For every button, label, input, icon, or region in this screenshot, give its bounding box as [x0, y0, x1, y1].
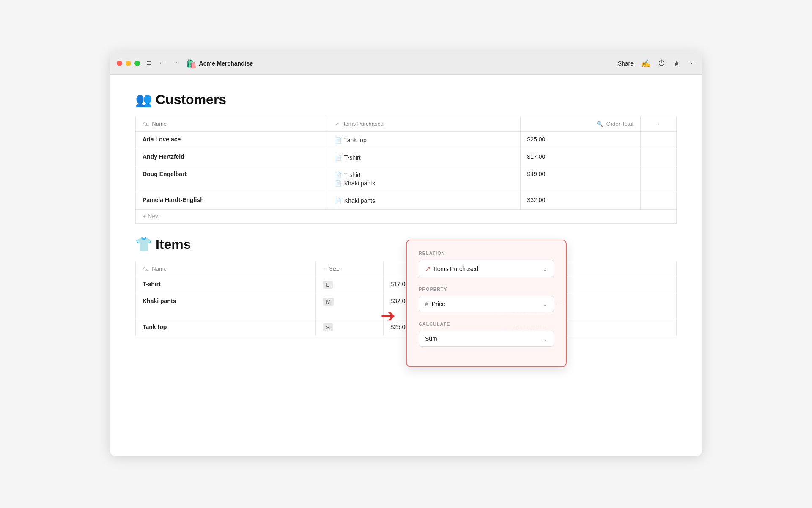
popup-property-icon: #: [425, 301, 428, 307]
popup-relation-left: ↗ Items Purchased: [425, 265, 478, 273]
item-size-cell: L: [316, 276, 384, 293]
star-button[interactable]: ★: [673, 59, 680, 68]
popup-calculate-left: Sum: [425, 335, 437, 342]
customer-total-cell: $25.00: [520, 132, 640, 149]
app-window: ≡ ← → 🛍️ Acme Merchandise Share ✍ ⏱ ★ ⋯ …: [110, 52, 702, 456]
new-row-button[interactable]: + New: [143, 213, 159, 220]
popup-box: RELATION ↗ Items Purchased ⌄ PROPERTY # …: [406, 240, 567, 367]
popup-calculate-chevron: ⌄: [543, 335, 548, 342]
items-title-text: Items: [156, 237, 191, 252]
table-row: Ada Lovelace📄Tank top$25.00: [136, 132, 677, 149]
size-badge: L: [323, 281, 332, 289]
share-button[interactable]: Share: [618, 60, 634, 67]
customer-name-cell: Pamela Hardt-English: [136, 192, 328, 210]
popup-relation-icon: ↗: [425, 265, 431, 273]
name-col-icon: Aa: [143, 121, 149, 127]
new-row-plus-icon: +: [143, 213, 146, 220]
titlebar-right: Share ✍ ⏱ ★ ⋯: [618, 59, 695, 68]
menu-icon[interactable]: ≡: [147, 59, 151, 68]
item-name: Khaki pants: [344, 180, 375, 187]
item-name-cell: Khaki pants: [136, 293, 316, 319]
customer-items-cell: 📄Khaki pants: [328, 192, 520, 210]
customers-emoji: 👥: [135, 91, 152, 108]
new-row: + New: [136, 210, 677, 224]
popup-calculate-dropdown[interactable]: Sum ⌄: [419, 331, 554, 347]
customer-add-cell: [640, 132, 676, 149]
popup-property-left: # Price: [425, 301, 445, 307]
close-button[interactable]: [117, 61, 122, 66]
doc-icon: 📄: [335, 155, 342, 161]
item-name: T-shirt: [344, 154, 361, 161]
forward-button[interactable]: →: [170, 58, 181, 69]
doc-icon: 📄: [335, 198, 342, 204]
maximize-button[interactable]: [134, 61, 140, 66]
popup-calculate-value: Sum: [425, 335, 437, 342]
customer-total-cell: $49.00: [520, 166, 640, 192]
history-button[interactable]: ⏱: [658, 59, 666, 68]
popup-property-chevron: ⌄: [543, 301, 548, 307]
item-entry[interactable]: 📄T-shirt: [335, 171, 513, 179]
app-title: Acme Merchandise: [199, 60, 253, 67]
size-badge: S: [323, 323, 333, 331]
minimize-button[interactable]: [126, 61, 131, 66]
red-arrow-icon: ➔: [381, 305, 395, 326]
item-name: Tank top: [344, 137, 367, 144]
col-header-total: 🔍 Order Total: [520, 116, 640, 132]
comment-button[interactable]: ✍: [641, 59, 650, 68]
popup-relation-label: RELATION: [419, 251, 554, 256]
total-col-icon: 🔍: [597, 121, 603, 127]
item-name: T-shirt: [344, 171, 361, 178]
customer-total-cell: $17.00: [520, 149, 640, 166]
more-button[interactable]: ⋯: [688, 59, 695, 68]
items-emoji: 👕: [135, 236, 152, 252]
table-row: Pamela Hardt-English📄Khaki pants$32.00: [136, 192, 677, 210]
item-name-cell: T-shirt: [136, 276, 316, 293]
customer-total-cell: $32.00: [520, 192, 640, 210]
items-col-header-name: Aa Name: [136, 261, 316, 276]
popup-calculate-label: CALCULATE: [419, 321, 554, 326]
size-badge: M: [323, 298, 334, 306]
popup-relation-chevron: ⌄: [543, 265, 548, 272]
items-col-header-size: ≡ Size: [316, 261, 384, 276]
doc-icon: 📄: [335, 172, 342, 178]
customer-items-cell: 📄T-shirt📄Khaki pants: [328, 166, 520, 192]
item-size-cell: S: [316, 319, 384, 336]
customer-add-cell: [640, 166, 676, 192]
customer-name-cell: Andy Hertzfeld: [136, 149, 328, 166]
doc-icon: 📄: [335, 180, 342, 187]
item-name: Khaki pants: [344, 197, 375, 204]
app-icon: 🛍️: [186, 58, 197, 69]
customer-add-cell: [640, 149, 676, 166]
customer-items-cell: 📄Tank top: [328, 132, 520, 149]
col-header-add[interactable]: +: [640, 116, 676, 132]
item-size-cell: M: [316, 293, 384, 319]
popup-overlay: ➔ RELATION ↗ Items Purchased ⌄ PROPERTY …: [406, 240, 567, 367]
customer-add-cell: [640, 192, 676, 210]
item-name-cell: Tank top: [136, 319, 316, 336]
main-content: 👥 Customers Aa Name ↗ Items Purchased 🔍: [110, 75, 702, 456]
customer-name-cell: Doug Engelbart: [136, 166, 328, 192]
back-button[interactable]: ←: [156, 58, 167, 69]
item-entry[interactable]: 📄Khaki pants: [335, 196, 513, 205]
item-entry[interactable]: 📄T-shirt: [335, 153, 513, 162]
item-entry[interactable]: 📄Khaki pants: [335, 179, 513, 188]
items-name-icon: Aa: [143, 266, 149, 272]
item-entry[interactable]: 📄Tank top: [335, 136, 513, 144]
popup-relation-dropdown[interactable]: ↗ Items Purchased ⌄: [419, 260, 554, 277]
doc-icon: 📄: [335, 137, 342, 144]
popup-property-dropdown[interactable]: # Price ⌄: [419, 296, 554, 312]
popup-relation-value: Items Purchased: [434, 265, 478, 272]
titlebar: ≡ ← → 🛍️ Acme Merchandise Share ✍ ⏱ ★ ⋯: [110, 52, 702, 75]
customer-items-cell: 📄T-shirt: [328, 149, 520, 166]
customers-section-title: 👥 Customers: [135, 91, 677, 108]
size-icon: ≡: [323, 266, 326, 272]
col-header-items: ↗ Items Purchased: [328, 116, 520, 132]
customer-name-cell: Ada Lovelace: [136, 132, 328, 149]
table-row: Andy Hertzfeld📄T-shirt$17.00: [136, 149, 677, 166]
table-row: Doug Engelbart📄T-shirt📄Khaki pants$49.00: [136, 166, 677, 192]
nav-buttons: ← →: [156, 58, 181, 69]
customers-table: Aa Name ↗ Items Purchased 🔍 Order Total …: [135, 116, 677, 224]
window-controls: [117, 61, 140, 66]
items-col-icon: ↗: [335, 121, 339, 127]
customers-title-text: Customers: [156, 92, 226, 108]
